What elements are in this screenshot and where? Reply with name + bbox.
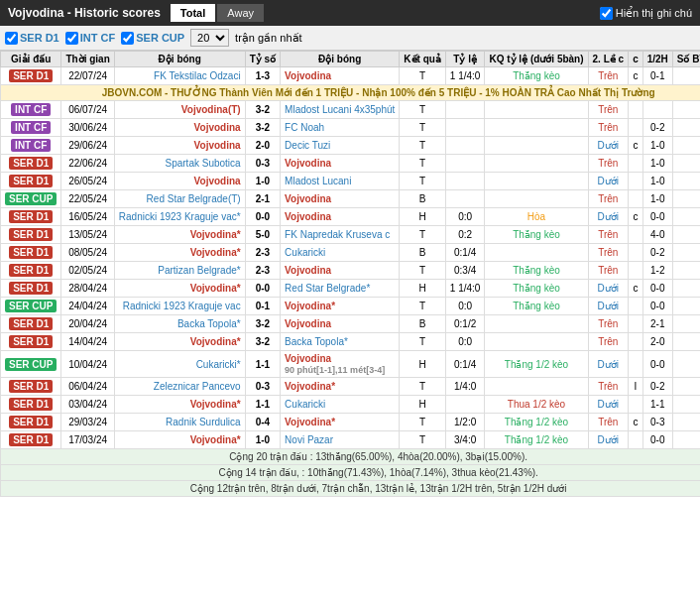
team1-cell: Cukaricki*: [114, 351, 245, 378]
table-row: SER D1 16/05/24 Radnicki 1923 Kraguje va…: [1, 208, 701, 226]
kqtyle-cell: Thua 1/2 kèo: [485, 396, 588, 414]
match-count-select[interactable]: 5102030: [190, 29, 229, 47]
team1-cell: Vojvodina*: [114, 431, 245, 449]
h2-cell: 1-0: [642, 137, 672, 155]
league-cell: INT CF: [1, 137, 61, 155]
table-row: SER D1 26/05/24 Vojvodina 1-0 Mladost Lu…: [1, 173, 701, 190]
col-header-c: c: [629, 52, 643, 67]
trenduoi-cell: Dưới: [588, 298, 629, 315]
filter-serd1-label: SER D1: [20, 32, 59, 44]
kqtyle-cell: Thắng 1/2 kèo: [485, 351, 588, 378]
tab-total[interactable]: Total: [171, 4, 215, 22]
team2-cell: Vojvodina90 phút[1-1],11 mét[3-4]: [281, 351, 400, 378]
tyle-cell: [445, 119, 485, 137]
h2-cell: 1-0: [642, 155, 672, 173]
filter-intcf-checkbox[interactable]: [65, 32, 78, 45]
sobt-cell: Trên: [672, 315, 700, 333]
tyle-cell: 0:2: [445, 226, 485, 244]
c-cell: c: [629, 67, 643, 85]
league-cell: SER D1: [1, 315, 61, 333]
c-cell: [629, 190, 643, 208]
date-cell: 16/05/24: [61, 208, 114, 226]
promo-row[interactable]: JBOVN.COM - THƯỞNG Thành Viên Mới đến 1 …: [1, 85, 701, 101]
tyle-cell: 1 1/4:0: [445, 67, 485, 85]
venue-cell: T: [400, 414, 446, 431]
team1-cell: Vojvodina: [114, 137, 245, 155]
team1-cell: Vojvodina: [114, 119, 245, 137]
date-cell: 06/04/24: [61, 378, 114, 396]
h2-cell: 0-1: [642, 67, 672, 85]
league-cell: SER D1: [1, 67, 61, 85]
table-row: SER CUP 24/04/24 Radnicki 1923 Kraguje v…: [1, 298, 701, 315]
table-row: SER D1 17/03/24 Vojvodina* 1-0 Novi Paza…: [1, 431, 701, 449]
team2-cell: Cukaricki: [281, 244, 400, 262]
sobt-cell: Trên: [672, 262, 700, 280]
sobt-cell: Trên: [672, 244, 700, 262]
filter-serd1: SER D1: [5, 32, 59, 45]
team1-cell: Vojvodina: [114, 173, 245, 190]
table-row: SER D1 02/05/24 Partizan Belgrade* 2-3 V…: [1, 262, 701, 280]
score-cell: 1-1: [245, 351, 280, 378]
venue-cell: T: [400, 173, 446, 190]
sobt-cell: Trên: [672, 414, 700, 431]
team1-cell: FK Tekstilac Odzaci: [114, 67, 245, 85]
team1-cell: Red Star Belgrade(T): [114, 190, 245, 208]
score-cell: 1-0: [245, 173, 280, 190]
trenduoi-cell: Trên: [588, 333, 629, 351]
kqtyle-cell: [485, 333, 588, 351]
sobt-cell: 0-0: [672, 280, 700, 298]
show-main-input[interactable]: [600, 7, 613, 20]
league-cell: SER D1: [1, 173, 61, 190]
c-cell: [629, 101, 643, 119]
league-cell: SER CUP: [1, 298, 61, 315]
team1-cell: Vojvodina*: [114, 244, 245, 262]
summary-row: Cộng 20 trận đấu : 13thắng(65.00%), 4hòa…: [1, 449, 701, 465]
summary-row: Cộng 12trận trên, 8trận dưới, 7trận chẵn…: [1, 481, 701, 497]
tyle-cell: 0:0: [445, 208, 485, 226]
league-cell: INT CF: [1, 119, 61, 137]
h2-cell: 1-0: [642, 190, 672, 208]
c-cell: [629, 351, 643, 378]
c-cell: [629, 298, 643, 315]
score-cell: 0-3: [245, 155, 280, 173]
team2-cell: Mladost Lucani 4x35phút: [281, 101, 400, 119]
filter-sercup-checkbox[interactable]: [121, 32, 134, 45]
filter-serd1-checkbox[interactable]: [5, 32, 18, 45]
table-row: SER D1 29/03/24 Radnik Surdulica 0-4 Voj…: [1, 414, 701, 431]
team2-cell: Vojvodina: [281, 315, 400, 333]
kqtyle-cell: Hòa: [485, 208, 588, 226]
kqtyle-cell: [485, 155, 588, 173]
tyle-cell: 1 1/4:0: [445, 280, 485, 298]
kqtyle-cell: [485, 137, 588, 155]
team2-cell: Vojvodina*: [281, 378, 400, 396]
date-cell: 22/06/24: [61, 155, 114, 173]
sobt-cell: Trên: [672, 378, 700, 396]
score-cell: 2-3: [245, 244, 280, 262]
col-header-kqtyle: KQ tỷ lệ (dưới 5bàn): [485, 52, 588, 67]
trenduoi-cell: Dưới: [588, 280, 629, 298]
col-header-tyso: Tỷ số: [245, 52, 280, 67]
team1-cell: Radnik Surdulica: [114, 414, 245, 431]
score-cell: 1-3: [245, 67, 280, 85]
team2-cell: Backa Topola*: [281, 333, 400, 351]
league-cell: SER D1: [1, 280, 61, 298]
date-cell: 06/07/24: [61, 101, 114, 119]
show-main-checkbox: Hiển thị ghi chú: [600, 7, 692, 20]
scores-table: Giải đấu Thời gian Đội bóng Tỷ số Đội bó…: [0, 51, 700, 497]
table-row: SER D1 28/04/24 Vojvodina* 0-0 Red Star …: [1, 280, 701, 298]
tyle-cell: 0:0: [445, 298, 485, 315]
col-header-doi2: Đội bóng: [281, 52, 400, 67]
tab-away[interactable]: Away: [217, 4, 264, 22]
league-cell: SER D1: [1, 155, 61, 173]
h2-cell: 1-0: [642, 173, 672, 190]
team1-cell: Partizan Belgrade*: [114, 262, 245, 280]
kqtyle-cell: Thắng 1/2 kèo: [485, 414, 588, 431]
trenduoi-cell: Dưới: [588, 431, 629, 449]
tyle-cell: [445, 396, 485, 414]
h2-cell: 0-0: [642, 298, 672, 315]
summary-text: Cộng 12trận trên, 8trận dưới, 7trận chẵn…: [1, 481, 701, 497]
league-cell: SER D1: [1, 414, 61, 431]
table-row: SER CUP 22/05/24 Red Star Belgrade(T) 2-…: [1, 190, 701, 208]
sobt-cell: Dưới: [672, 298, 700, 315]
score-cell: 0-4: [245, 414, 280, 431]
